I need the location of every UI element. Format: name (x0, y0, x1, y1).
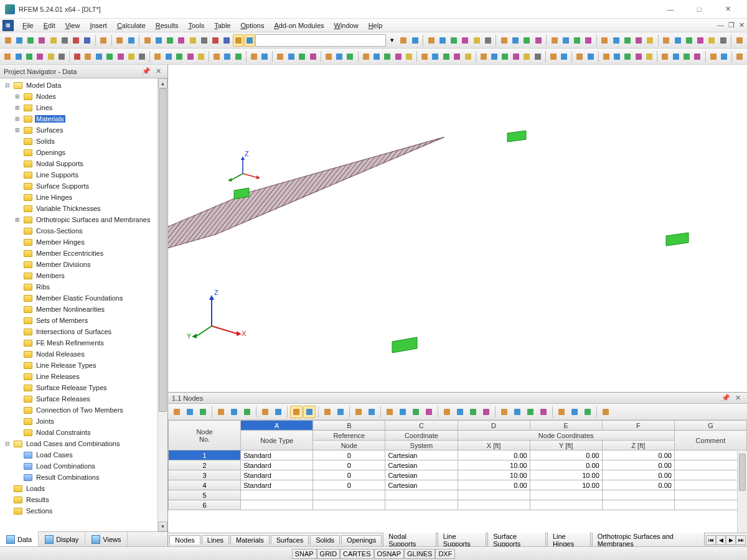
toolbar-button[interactable] (372, 50, 382, 63)
scroll-up-icon[interactable]: ▲ (158, 78, 167, 88)
status-snap[interactable]: SNAP (292, 549, 317, 559)
pin-icon[interactable]: 📌 (139, 67, 153, 75)
maximize-button[interactable]: □ (685, 0, 713, 19)
toolbar-button[interactable] (244, 34, 255, 47)
toolbar-button[interactable] (404, 50, 414, 63)
tree-item-joints[interactable]: Joints (1, 416, 167, 427)
toolbar-button[interactable] (199, 34, 209, 47)
toolbar-button[interactable] (467, 406, 479, 418)
toolbar-button[interactable] (612, 50, 622, 63)
table-tab-line-supports[interactable]: Line Supports (438, 531, 486, 548)
toolbar-button[interactable] (660, 50, 670, 63)
toolbar-button[interactable] (290, 406, 303, 418)
tree-item-member-elastic-foundations[interactable]: Member Elastic Foundations (1, 292, 167, 304)
tree-item-nodal-supports[interactable]: Nodal Supports (1, 158, 167, 169)
table-tab-nodal-supports[interactable]: Nodal Supports (383, 531, 436, 548)
table-tab-surfaces[interactable]: Surfaces (271, 535, 309, 544)
toolbar-button[interactable] (222, 34, 232, 47)
toolbar-button[interactable] (98, 34, 109, 47)
status-grid[interactable]: GRID (317, 549, 341, 559)
toolbar-button[interactable] (719, 50, 729, 63)
table-tab-solids[interactable]: Solids (310, 535, 340, 544)
toolbar-button[interactable] (303, 406, 316, 418)
toolbar-button[interactable] (165, 34, 176, 47)
toolbar-button[interactable] (241, 406, 253, 418)
tree-item-sets-of-members[interactable]: Sets of Members (1, 315, 167, 326)
toolbar-button[interactable] (734, 34, 745, 47)
tree-item-cross-sections[interactable]: Cross-Sections (1, 225, 167, 236)
toolbar-button[interactable] (622, 50, 632, 63)
tree-item-model-data[interactable]: ⊟Model Data (1, 80, 167, 91)
col-ref-node2[interactable]: Node (313, 441, 385, 450)
toolbar-button[interactable] (510, 34, 520, 47)
model-viewport[interactable]: Z Z X Y (168, 65, 747, 393)
toolbar-button[interactable] (448, 34, 459, 47)
close-panel-icon[interactable]: ✕ (153, 67, 164, 75)
toolbar-button[interactable] (480, 406, 492, 418)
toolbar-button[interactable] (420, 50, 430, 63)
col-group-coords[interactable]: Node Coordinates (458, 431, 674, 441)
toolbar-button[interactable] (585, 50, 595, 63)
toolbar-button[interactable] (672, 34, 683, 47)
toolbar-button[interactable] (126, 50, 136, 63)
toolbar-button[interactable] (707, 34, 717, 47)
col-ref-node[interactable]: Reference (313, 431, 385, 441)
table-tab-line-hinges[interactable]: Line Hinges (547, 531, 591, 548)
toolbar-button[interactable] (233, 34, 243, 47)
toolbar-button[interactable] (115, 34, 125, 47)
table-tab-orthotropic-surfaces-and-membranes[interactable]: Orthotropic Surfaces and Membranes (592, 531, 705, 548)
col-comment[interactable]: Comment (674, 431, 746, 450)
toolbar-button[interactable] (184, 406, 196, 418)
col-node-no[interactable]: NodeNo. (169, 421, 241, 450)
tree-item-line-hinges[interactable]: Line Hinges (1, 192, 167, 203)
toolbar-button[interactable] (275, 50, 285, 63)
table-tab-lines[interactable]: Lines (202, 535, 229, 544)
toolbar-button[interactable] (454, 406, 466, 418)
toolbar-button[interactable] (37, 34, 47, 47)
toolbar-button[interactable] (59, 34, 70, 47)
scroll-thumb[interactable] (159, 88, 167, 412)
toolbar-button[interactable] (599, 406, 612, 418)
col-letter[interactable]: E (530, 421, 602, 431)
toolbar-button[interactable] (537, 406, 550, 418)
menu-insert[interactable]: Insert (85, 21, 112, 30)
table-row[interactable]: 5 (169, 490, 747, 500)
toolbar-button[interactable] (308, 50, 317, 63)
toolbar-button[interactable] (137, 50, 147, 63)
status-dxf[interactable]: DXF (435, 549, 455, 559)
toolbar-button[interactable] (441, 50, 451, 63)
toolbar-button[interactable] (352, 406, 365, 418)
toolbar-button[interactable] (548, 50, 558, 63)
close-button[interactable]: ✕ (713, 0, 742, 19)
toolbar-button[interactable] (14, 34, 24, 47)
table-tab-materials[interactable]: Materials (230, 535, 270, 544)
toolbar-button[interactable] (187, 34, 198, 47)
col-letter[interactable]: G (674, 421, 746, 431)
toolbar-button[interactable] (682, 50, 692, 63)
toolbar-button[interactable] (82, 34, 93, 47)
tree-item-connection-of-two-members[interactable]: Connection of Two Members (1, 404, 167, 416)
toolbar-button[interactable] (559, 50, 569, 63)
tree-item-load-combinations[interactable]: Load Combinations (1, 460, 167, 472)
toolbar-button[interactable] (460, 34, 471, 47)
toolbar-button[interactable] (560, 34, 571, 47)
tab-nav-button[interactable]: ⏮ (706, 535, 716, 545)
close-panel-icon[interactable]: ✕ (733, 394, 743, 402)
dropdown-arrow-icon[interactable]: ▾ (387, 34, 397, 47)
tree-item-nodes[interactable]: ⊞Nodes (1, 91, 167, 102)
minimize-button[interactable]: ― (656, 0, 685, 19)
toolbar-button[interactable] (684, 34, 694, 47)
tree-item-surface-supports[interactable]: Surface Supports (1, 180, 167, 192)
toolbar-button[interactable] (2, 34, 13, 47)
tree-item-line-supports[interactable]: Line Supports (1, 169, 167, 180)
navigator-tab-display[interactable]: Display (39, 532, 85, 546)
toolbar-button[interactable] (410, 34, 420, 47)
tree-item-surfaces[interactable]: ⊞Surfaces (1, 124, 167, 136)
toolbar-button[interactable] (599, 34, 610, 47)
toolbar-button[interactable] (83, 50, 93, 63)
col-coord-sys[interactable]: Coordinate (385, 431, 458, 441)
toolbar-button[interactable] (482, 34, 493, 47)
toolbar-button[interactable] (259, 406, 271, 418)
tab-nav-button[interactable]: ▶ (726, 535, 736, 545)
tree-item-line-releases[interactable]: Line Releases (1, 371, 167, 382)
